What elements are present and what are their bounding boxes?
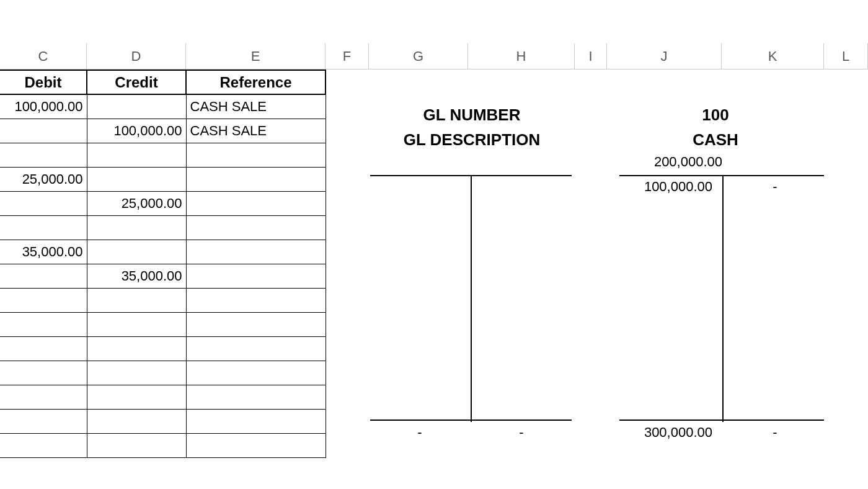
col-header-J[interactable]: J (607, 43, 722, 70)
ledger-cell-reference[interactable] (186, 361, 326, 385)
col-header-I[interactable]: I (575, 43, 607, 70)
ledger-cell-credit[interactable] (87, 433, 186, 457)
ledger-cell-credit[interactable] (87, 288, 186, 312)
col-header-C[interactable]: C (0, 43, 87, 70)
ledger-header-credit[interactable]: Credit (87, 70, 186, 94)
ledger-cell-debit[interactable] (0, 191, 87, 215)
ledger-cell-credit[interactable] (87, 215, 186, 240)
table-row: 25,000.00 (0, 167, 326, 191)
col-header-D[interactable]: D (87, 43, 186, 70)
ledger-cell-credit[interactable] (87, 94, 186, 119)
t-right-debit-1[interactable]: 100,000.00 (619, 179, 719, 195)
ledger-cell-reference[interactable] (186, 264, 326, 288)
ledger-cell-debit[interactable] (0, 288, 87, 312)
gl-balance-value[interactable]: 200,000.00 (636, 154, 722, 170)
t-left-total-debit[interactable]: - (370, 424, 469, 441)
col-header-K[interactable]: K (722, 43, 824, 70)
ledger-cell-reference[interactable] (186, 143, 326, 167)
table-row: 25,000.00 (0, 191, 326, 215)
ledger-cell-reference[interactable]: CASH SALE (186, 119, 326, 143)
ledger-cell-debit[interactable] (0, 264, 87, 288)
table-row (0, 336, 326, 361)
ledger-cell-credit[interactable] (87, 361, 186, 385)
ledger-cell-reference[interactable] (186, 215, 326, 240)
ledger-table: Debit Credit Reference 100,000.00CASH SA… (0, 70, 326, 458)
ledger-cell-reference[interactable] (186, 336, 326, 361)
ledger-cell-debit[interactable]: 35,000.00 (0, 240, 87, 264)
ledger-cell-debit[interactable] (0, 361, 87, 385)
gl-number-label: GL NUMBER (369, 105, 575, 125)
ledger-cell-credit[interactable] (87, 409, 186, 433)
ledger-cell-credit[interactable] (87, 385, 186, 409)
t-right-divider (722, 175, 724, 422)
t-left-divider (471, 175, 472, 422)
ledger-cell-debit[interactable]: 25,000.00 (0, 167, 87, 191)
ledger-cell-reference[interactable] (186, 191, 326, 215)
ledger-cell-debit[interactable] (0, 433, 87, 457)
table-row (0, 361, 326, 385)
table-row: 35,000.00 (0, 264, 326, 288)
ledger-cell-credit[interactable] (87, 167, 186, 191)
ledger-cell-debit[interactable] (0, 143, 87, 167)
ledger-cell-debit[interactable] (0, 119, 87, 143)
ledger-cell-reference[interactable] (186, 288, 326, 312)
ledger-cell-credit[interactable] (87, 312, 186, 336)
ledger-cell-reference[interactable] (186, 312, 326, 336)
ledger-cell-credit[interactable] (87, 336, 186, 361)
ledger-cell-credit[interactable] (87, 143, 186, 167)
col-header-L[interactable]: L (824, 43, 868, 70)
t-right-total-credit[interactable]: - (725, 424, 825, 441)
ledger-cell-debit[interactable] (0, 215, 87, 240)
col-header-E[interactable]: E (186, 43, 326, 70)
ledger-cell-reference[interactable] (186, 240, 326, 264)
gl-number-value[interactable]: 100 (607, 105, 824, 125)
table-row (0, 143, 326, 167)
ledger-cell-reference[interactable] (186, 409, 326, 433)
ledger-cell-reference[interactable] (186, 433, 326, 457)
gl-description-value[interactable]: CASH (607, 130, 824, 150)
ledger-cell-credit[interactable]: 35,000.00 (87, 264, 186, 288)
ledger-cell-credit[interactable]: 100,000.00 (87, 119, 186, 143)
ledger-cell-debit[interactable] (0, 385, 87, 409)
t-left-total-credit[interactable]: - (472, 424, 571, 441)
table-row (0, 433, 326, 457)
ledger-cell-reference[interactable] (186, 167, 326, 191)
gl-description-label: GL DESCRIPTION (369, 130, 575, 150)
ledger-cell-debit[interactable] (0, 336, 87, 361)
ledger-cell-credit[interactable]: 25,000.00 (87, 191, 186, 215)
col-header-H[interactable]: H (468, 43, 575, 70)
column-headers: C D E F G H I J K L (0, 43, 868, 70)
table-row: 100,000.00CASH SALE (0, 94, 326, 119)
table-row (0, 385, 326, 409)
ledger-cell-debit[interactable]: 100,000.00 (0, 94, 87, 119)
t-right-bottom-border (619, 419, 824, 421)
ledger-cell-reference[interactable] (186, 385, 326, 409)
t-right-total-debit[interactable]: 300,000.00 (619, 424, 719, 441)
table-row (0, 312, 326, 336)
ledger-cell-credit[interactable] (87, 240, 186, 264)
t-right-top-border (619, 175, 824, 176)
table-row (0, 409, 326, 433)
ledger-header-reference[interactable]: Reference (186, 70, 326, 94)
table-row (0, 288, 326, 312)
ledger-header-debit[interactable]: Debit (0, 70, 87, 94)
t-left-bottom-border (370, 419, 572, 421)
col-header-F[interactable]: F (326, 43, 369, 70)
ledger-cell-debit[interactable] (0, 409, 87, 433)
t-right-credit-1[interactable]: - (725, 179, 825, 195)
table-row (0, 215, 326, 240)
ledger-cell-reference[interactable]: CASH SALE (186, 94, 326, 119)
table-row: 35,000.00 (0, 240, 326, 264)
col-header-G[interactable]: G (369, 43, 468, 70)
table-row: 100,000.00CASH SALE (0, 119, 326, 143)
ledger-cell-debit[interactable] (0, 312, 87, 336)
